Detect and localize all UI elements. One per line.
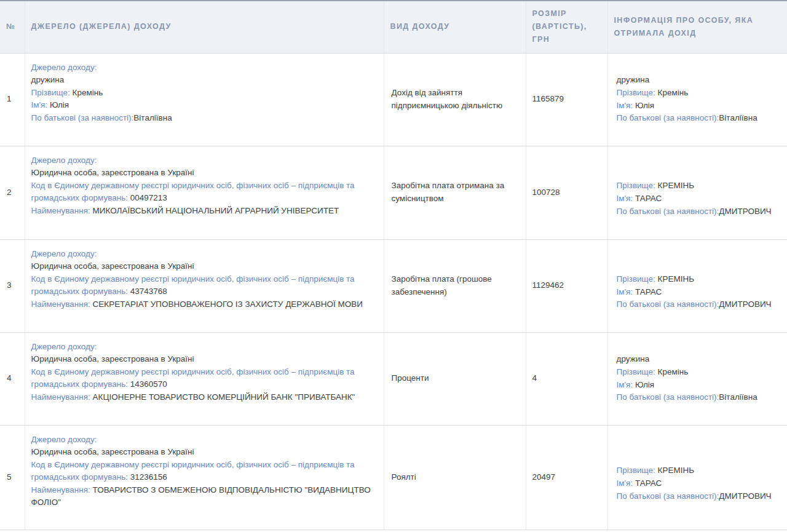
row-number-cell: 1: [0, 53, 25, 146]
table-row: 5 Джерело доходу:Юридична особа, зареєст…: [0, 425, 787, 530]
field-label: Ім'я:: [617, 380, 635, 389]
field-label: Прізвище:: [617, 88, 658, 97]
field-label: Код в Єдиному державному реєстрі юридичн…: [31, 460, 355, 482]
row-number-cell: 5: [0, 425, 25, 530]
field-value: ДМИТРОВИЧ: [719, 207, 771, 216]
field-value: ДМИТРОВИЧ: [719, 300, 771, 309]
field-value: ТАРАС: [635, 194, 662, 203]
table-row: 2 Джерело доходу:Юридична особа, зареєст…: [0, 146, 787, 239]
income-source-cell: Джерело доходу:Юридична особа, зареєстро…: [25, 239, 384, 332]
field-value: 31236156: [130, 472, 167, 482]
field-value: АКЦІОНЕРНЕ ТОВАРИСТВО КОМЕРЦІЙНИЙ БАНК "…: [93, 392, 355, 402]
col-header-income-type: Вид доходу: [384, 1, 526, 53]
field-line: Ім'я: ТАРАС: [617, 477, 779, 490]
field-label: Джерело доходу:: [31, 63, 97, 72]
income-type-cell: Роялті: [384, 425, 526, 530]
row-number-cell: 2: [0, 146, 25, 239]
field-label: Ім'я:: [31, 100, 50, 109]
income-type-cell: Дохід від зайняття підприємницькою діяль…: [384, 53, 526, 146]
field-line: Ім'я: ТАРАС: [617, 193, 779, 205]
field-line: Юридична особа, зареєстрована в Україні: [31, 260, 371, 273]
field-line: Код в Єдиному державному реєстрі юридичн…: [31, 180, 371, 205]
field-line: дружина: [31, 74, 371, 87]
field-line: Джерело доходу:: [31, 434, 371, 447]
field-label: Ім'я:: [617, 101, 635, 110]
field-value: 43743768: [130, 287, 167, 296]
col-header-income-source: Джерело (джерела) доходу: [25, 1, 384, 53]
table-row: 4 Джерело доходу:Юридична особа, зареєст…: [0, 332, 787, 425]
field-value: 00497213: [130, 193, 167, 202]
field-line: Код в Єдиному державному реєстрі юридичн…: [31, 273, 371, 298]
person-cell: Прізвище: КРЕМІНЬІм'я: ТАРАСПо батькові …: [607, 239, 787, 332]
field-value: КРЕМІНЬ: [658, 274, 694, 284]
field-label: Прізвище:: [617, 367, 658, 376]
amount-cell: 100728: [526, 146, 607, 239]
field-value: Юридична особа, зареєстрована в Україні: [31, 354, 194, 363]
field-label: Ім'я:: [617, 194, 635, 203]
col-header-person: Інформація про особу, яка отримала дохід: [607, 1, 787, 53]
field-value: Юридична особа, зареєстрована в Україні: [31, 168, 194, 177]
field-value: Віталіївна: [719, 392, 757, 402]
field-line: Ім'я: Юлія: [31, 99, 371, 112]
field-line: [617, 167, 779, 180]
field-line: Джерело доходу:: [31, 62, 371, 74]
col-header-number: №: [0, 1, 25, 53]
table-row: 1 Джерело доходу:дружинаПрізвище: Кремін…: [0, 53, 787, 146]
person-cell: дружинаПрізвище: КреміньІм'я: ЮліяПо бат…: [607, 332, 787, 425]
field-label: Найменування:: [31, 206, 93, 215]
field-value: ТАРАС: [635, 478, 662, 488]
field-line: По батькові (за наявності):Віталіївна: [617, 112, 779, 125]
field-value: Кремінь: [658, 88, 689, 97]
field-label: По батькові (за наявності):: [617, 207, 719, 216]
field-line: Код в Єдиному державному реєстрі юридичн…: [31, 459, 371, 484]
field-line: Прізвище: Кремінь: [31, 87, 371, 100]
field-line: [617, 452, 779, 465]
field-value: КРЕМІНЬ: [658, 466, 694, 475]
field-label: Джерело доходу:: [31, 156, 97, 165]
field-label: Ім'я:: [617, 478, 635, 488]
field-value: СЕКРЕТАРІАТ УПОВНОВАЖЕНОГО ІЗ ЗАХИСТУ ДЕ…: [93, 300, 363, 309]
field-value: Юлія: [635, 380, 654, 389]
table-body: 1 Джерело доходу:дружинаПрізвище: Кремін…: [0, 53, 787, 530]
income-type-cell: Проценти: [384, 332, 526, 425]
field-label: По батькові (за наявності):: [617, 392, 719, 402]
field-line: [617, 260, 779, 273]
field-value: МИКОЛАЇВСЬКИЙ НАЦІОНАЛЬНИЙ АГРАРНИЙ УНІВ…: [93, 206, 339, 215]
field-line: Найменування: МИКОЛАЇВСЬКИЙ НАЦІОНАЛЬНИЙ…: [31, 205, 371, 218]
income-source-cell: Джерело доходу:дружинаПрізвище: КреміньІ…: [25, 53, 384, 146]
amount-cell: 1129462: [526, 239, 607, 332]
field-line: Найменування: СЕКРЕТАРІАТ УПОВНОВАЖЕНОГО…: [31, 298, 371, 311]
field-line: Прізвище: КРЕМІНЬ: [617, 273, 779, 286]
field-line: Юридична особа, зареєстрована в Україні: [31, 446, 371, 459]
field-label: Джерело доходу:: [31, 249, 97, 258]
field-value: Кремінь: [73, 88, 103, 97]
amount-cell: 1165879: [526, 53, 607, 146]
field-value: Юлія: [50, 100, 69, 109]
field-line: Прізвище: Кремінь: [617, 366, 779, 379]
field-value: 14360570: [130, 379, 167, 389]
field-value: ДМИТРОВИЧ: [719, 491, 771, 501]
field-value: дружина: [617, 354, 650, 363]
field-line: Ім'я: Юлія: [617, 100, 779, 113]
person-cell: Прізвище: КРЕМІНЬІм'я: ТАРАСПо батькові …: [607, 146, 787, 239]
field-line: Прізвище: Кремінь: [617, 87, 779, 100]
field-value: Віталіївна: [719, 113, 757, 122]
income-table: № Джерело (джерела) доходу Вид доходу Ро…: [0, 0, 787, 530]
field-label: Джерело доходу:: [31, 342, 97, 351]
field-value: Кремінь: [658, 367, 689, 376]
field-value: Юлія: [635, 101, 654, 110]
income-source-cell: Джерело доходу:Юридична особа, зареєстро…: [25, 425, 384, 530]
person-cell: Прізвище: КРЕМІНЬІм'я: ТАРАСПо батькові …: [607, 425, 787, 530]
field-line: Ім'я: Юлія: [617, 379, 779, 392]
amount-cell: 20497: [526, 425, 607, 530]
income-source-cell: Джерело доходу:Юридична особа, зареєстро…: [25, 146, 384, 239]
field-line: Найменування: АКЦІОНЕРНЕ ТОВАРИСТВО КОМЕ…: [31, 391, 371, 404]
field-line: Джерело доходу:: [31, 341, 371, 354]
field-label: По батькові (за наявності):: [617, 113, 719, 122]
field-label: Найменування:: [31, 485, 93, 494]
field-line: Джерело доходу:: [31, 248, 371, 261]
person-cell: дружинаПрізвище: КреміньІм'я: ЮліяПо бат…: [607, 53, 787, 146]
field-line: Найменування: ТОВАРИСТВО З ОБМЕЖЕНОЮ ВІД…: [31, 484, 371, 509]
field-line: По батькові (за наявності):Віталіївна: [31, 112, 371, 125]
field-line: По батькові (за наявності):Віталіївна: [617, 391, 779, 404]
